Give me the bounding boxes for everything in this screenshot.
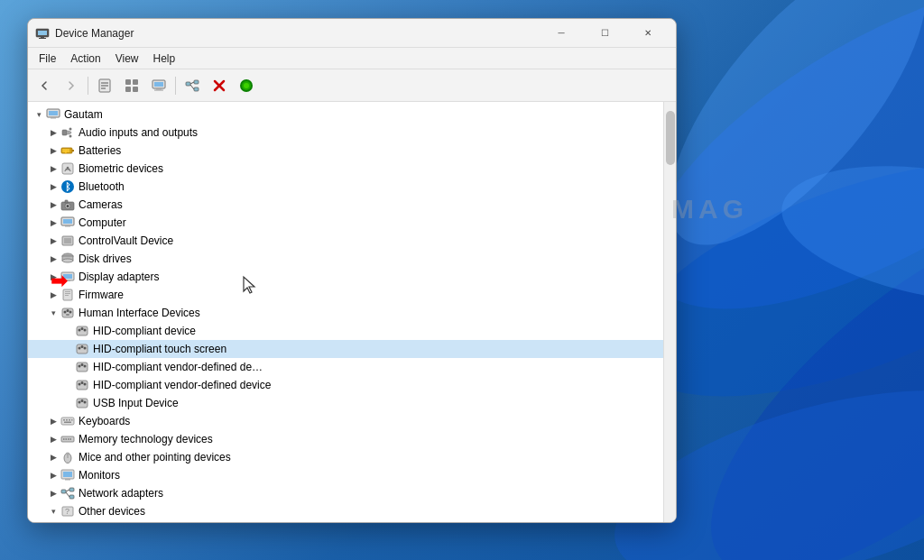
svg-rect-92: [69, 419, 70, 421]
svg-rect-96: [63, 438, 65, 440]
cameras-toggle[interactable]: ▶: [46, 197, 60, 212]
tree-item-pci-data[interactable]: ▶ ⚠ PCI Data Acquisition and Signal Proc…: [28, 520, 663, 522]
menu-view[interactable]: View: [108, 50, 146, 67]
tree-item-hid-vendor1[interactable]: ▶ HID-compliant vendor-defined de…: [28, 358, 663, 376]
audio-label: Audio inputs and outputs: [79, 126, 198, 139]
tree-item-batteries[interactable]: ▶ ⚡ Batteries: [28, 142, 663, 160]
svg-point-71: [81, 327, 84, 330]
tree-item-disk[interactable]: ▶ Disk drives: [28, 250, 663, 268]
disk-toggle[interactable]: ▶: [46, 252, 60, 266]
svg-point-88: [84, 401, 87, 404]
bluetooth-toggle[interactable]: ▶: [46, 179, 60, 194]
tree-item-hid-touchscreen[interactable]: ▶ HID-compliant touch screen: [28, 340, 663, 358]
tree-item-network[interactable]: ▶ Network adapters: [28, 484, 663, 502]
firmware-label: Firmware: [79, 289, 124, 301]
tree-item-audio[interactable]: ▶ Audio inputs and outputs: [28, 124, 663, 142]
tree-item-hid-device[interactable]: ▶ HID-compliant device: [28, 322, 663, 340]
view-grid-button[interactable]: [119, 73, 144, 98]
biometric-toggle[interactable]: ▶: [46, 161, 60, 176]
back-button[interactable]: [32, 73, 57, 98]
tree-item-computer[interactable]: ▶ Computer: [28, 214, 663, 232]
remove-button[interactable]: [207, 73, 232, 98]
svg-point-82: [79, 383, 81, 386]
memory-toggle[interactable]: ▶: [46, 432, 60, 446]
svg-rect-16: [125, 87, 131, 92]
svg-line-109: [66, 490, 69, 491]
firmware-toggle[interactable]: ▶: [46, 288, 60, 302]
app-icon: [35, 26, 50, 41]
keyboards-toggle[interactable]: ▶: [46, 414, 60, 428]
tree-item-bluetooth[interactable]: ▶ ᛒ Bluetooth: [28, 178, 663, 196]
other-toggle[interactable]: ▾: [46, 504, 60, 519]
svg-point-79: [81, 363, 84, 366]
tree-item-usb-input[interactable]: ▶ USB Input Device: [28, 394, 663, 412]
display-toggle[interactable]: ▶: [46, 270, 60, 284]
tree-item-display[interactable]: ▶ Display adapters: [28, 268, 663, 286]
memory-icon: [60, 432, 75, 446]
computer-button[interactable]: [146, 73, 171, 98]
svg-rect-22: [186, 82, 190, 86]
svg-line-25: [190, 82, 194, 84]
svg-rect-9: [39, 38, 46, 39]
svg-rect-107: [69, 488, 74, 491]
svg-point-84: [84, 383, 87, 386]
keyboards-icon: [60, 414, 75, 428]
tree-item-cameras[interactable]: ▶ Cameras: [28, 196, 663, 214]
tree-item-monitors[interactable]: ▶ Monitors: [28, 466, 663, 484]
minimize-button[interactable]: ─: [541, 19, 582, 48]
tree-item-memory[interactable]: ▶ Memory technology devices: [28, 430, 663, 448]
tree-item-other-root[interactable]: ▾ ? Other devices: [28, 502, 663, 520]
network-toggle[interactable]: ▶: [46, 486, 60, 500]
network-button[interactable]: [180, 73, 205, 98]
svg-rect-23: [194, 80, 199, 84]
controlvault-toggle[interactable]: ▶: [46, 234, 60, 248]
tree-item-keyboards[interactable]: ▶ Keyboards: [28, 412, 663, 430]
tree-item-hid-vendor2[interactable]: ▶ HID-compliant vendor-defined device: [28, 376, 663, 394]
tree-item-firmware[interactable]: ▶ Firmware: [28, 286, 663, 304]
tree-item-controlvault[interactable]: ▶ ControlVault Device: [28, 232, 663, 250]
scrollbar-thumb[interactable]: [666, 111, 675, 165]
hid-root-label: Human Interface Devices: [79, 307, 200, 319]
hid-touchscreen-icon: [75, 342, 89, 356]
svg-rect-108: [69, 495, 74, 499]
svg-rect-17: [133, 87, 138, 92]
hid-toggle[interactable]: ▾: [46, 306, 60, 320]
svg-rect-51: [65, 225, 70, 227]
enable-button[interactable]: [234, 73, 259, 98]
tree-item-biometric[interactable]: ▶ Biometric devices: [28, 160, 663, 178]
svg-point-80: [84, 365, 87, 368]
vertical-scrollbar[interactable]: [663, 102, 676, 522]
controlvault-label: ControlVault Device: [79, 234, 173, 247]
monitors-toggle[interactable]: ▶: [46, 468, 60, 482]
menu-file[interactable]: File: [32, 50, 63, 67]
computer-toggle[interactable]: ▶: [46, 216, 60, 230]
svg-rect-7: [38, 31, 47, 35]
menu-help[interactable]: Help: [146, 50, 183, 67]
root-toggle[interactable]: ▾: [32, 107, 46, 122]
svg-point-75: [81, 345, 84, 348]
biometric-label: Biometric devices: [79, 162, 163, 175]
view-grid-icon: [125, 78, 139, 93]
svg-rect-34: [51, 117, 56, 119]
properties-button[interactable]: [92, 73, 117, 98]
tree-item-hid-root[interactable]: ▾ Human Interface Devices: [28, 304, 663, 322]
svg-point-36: [69, 128, 72, 131]
firmware-icon: [60, 288, 75, 302]
keyboards-label: Keyboards: [79, 415, 130, 427]
menu-action[interactable]: Action: [63, 50, 107, 67]
batteries-toggle[interactable]: ▶: [46, 143, 60, 158]
maximize-button[interactable]: ☐: [584, 19, 625, 48]
mice-icon: [60, 450, 75, 464]
hid-vendor1-icon: [75, 360, 89, 374]
mice-toggle[interactable]: ▶: [46, 450, 60, 464]
window-controls: ─ ☐ ✕: [541, 19, 669, 48]
close-button[interactable]: ✕: [627, 19, 669, 48]
svg-rect-35: [62, 130, 67, 135]
tree-item-mice[interactable]: ▶ Mice and other pointing devices: [28, 448, 663, 466]
svg-rect-48: [65, 200, 68, 203]
biometric-icon: [60, 161, 75, 176]
audio-toggle[interactable]: ▶: [46, 125, 60, 140]
device-tree[interactable]: ▾ Gautam ▶: [28, 102, 663, 522]
forward-button[interactable]: [59, 73, 84, 98]
tree-root[interactable]: ▾ Gautam: [28, 106, 663, 124]
